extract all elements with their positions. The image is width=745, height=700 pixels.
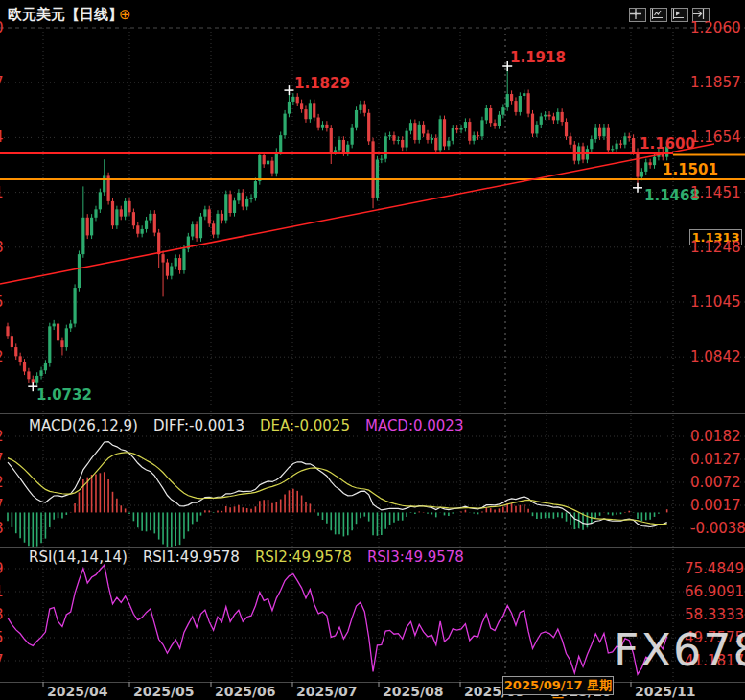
rsi-title: RSI(14,14,14) [29, 548, 128, 566]
rsi1-value: RSI1:49.9578 [143, 548, 240, 566]
macd-axis-label: 0.0072 [690, 476, 741, 490]
high-annotation-1918: 1.1918 [510, 51, 566, 65]
clipped-axis-digit: 7 [0, 654, 4, 668]
clipped-axis-digit: 4 [0, 130, 4, 145]
rsi-axis-label: 66.9091 [685, 585, 744, 599]
price-axis-label: 1.2060 [690, 21, 741, 35]
watermark: FX678 [614, 624, 745, 676]
clipped-axis-digit: 2 [0, 350, 4, 364]
clipped-axis-digit: 7 [0, 499, 4, 513]
clipped-axis-digit: 0 [0, 21, 4, 35]
chart-window: 欧元美元【日线】 ⊕ 1.1918 1.1829 1.0732 1.1468 1… [0, 0, 745, 700]
rsi-axis-label: 58.3333 [685, 608, 744, 622]
crosshair-date-tooltip: 2025/09/17 星期三 [502, 676, 614, 695]
price-axis-label: 1.1045 [690, 295, 741, 310]
crosshair-tool-icon[interactable] [629, 8, 646, 22]
clipped-axis-digit: 2 [0, 430, 4, 444]
price-axis-label: 1.1654 [690, 130, 741, 145]
clipped-axis-digit: 2 [0, 476, 4, 490]
macd-dea-value: DEA:-0.0025 [260, 417, 350, 434]
x-axis-label: 2025/08 [383, 685, 444, 698]
axis-range-icon[interactable] [650, 8, 667, 22]
clipped-axis-digit: 5 [0, 631, 4, 645]
macd-axis-label: 0.0182 [690, 430, 741, 444]
rsi-header: RSI(14,14,14) RSI1:49.9578 RSI2:49.9578 … [29, 548, 464, 566]
rsi2-value: RSI2:49.9578 [255, 548, 352, 566]
x-axis-label: 2025/06 [215, 685, 276, 698]
high-annotation-1829: 1.1829 [294, 77, 350, 91]
rsi-axis-label: 75.4849 [685, 562, 744, 576]
macd-title: MACD(26,12,9) [29, 417, 138, 434]
clipped-axis-digit: 8 [0, 241, 4, 255]
macd-diff-value: DIFF:-0.0013 [153, 417, 244, 434]
clipped-axis-digit: 1 [0, 585, 4, 599]
support-level-label: 1.1501 [663, 163, 718, 177]
price-axis-label: 1.1857 [690, 76, 741, 90]
x-axis-label: 2025/05 [133, 685, 195, 698]
clipped-axis-digit: 5 [0, 295, 4, 310]
price-axis-label: 1.1248 [690, 241, 741, 255]
clipped-axis-digit: 9 [0, 562, 4, 576]
macd-axis-label: 0.0127 [690, 453, 741, 467]
clipped-axis-digit: 1 [0, 186, 4, 200]
macd-hist-value: MACD:0.0023 [365, 417, 464, 434]
clipped-axis-digit: 7 [0, 453, 4, 467]
x-axis-label: 2025/11 [635, 685, 696, 698]
clipped-axis-digit: 7 [0, 76, 4, 90]
macd-header: MACD(26,12,9) DIFF:-0.0013 DEA:-0.0025 M… [29, 417, 463, 434]
macd-axis-label: 0.0017 [690, 499, 741, 513]
symbol-title: 欧元美元【日线】 [8, 8, 123, 22]
resistance-level-label: 1.1600 [640, 137, 695, 152]
x-axis-label: 2025/04 [47, 685, 108, 698]
clipped-axis-digit: 3 [0, 608, 4, 622]
price-axis-label: 1.0842 [690, 350, 741, 364]
candlestick-chart-canvas[interactable] [0, 0, 745, 700]
price-axis-label: 1.1451 [690, 186, 741, 200]
clipped-axis-digit: 8 [0, 522, 4, 536]
add-symbol-icon[interactable]: ⊕ [119, 8, 131, 22]
axis-scale-icon[interactable] [671, 8, 688, 22]
x-axis-label: 2025/07 [296, 685, 358, 698]
low-annotation-0732: 1.0732 [36, 388, 92, 403]
macd-axis-label: -0.0038 [690, 522, 745, 536]
rsi3-value: RSI3:49.9578 [367, 548, 464, 566]
